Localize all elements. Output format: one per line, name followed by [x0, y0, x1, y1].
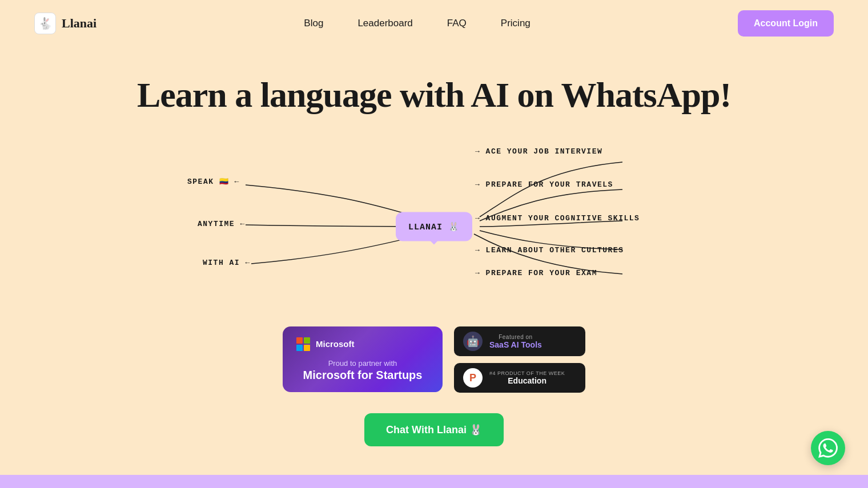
- mind-map: LLANAI 🐰 SPEAK 🇨🇴 ← ANYTIME ← WITH AI ← …: [177, 138, 691, 315]
- nav-pricing[interactable]: Pricing: [501, 18, 531, 29]
- microsoft-name: Microsoft: [316, 339, 355, 349]
- map-label-travels: → PREPARE FOR YOUR TRAVELS: [475, 180, 613, 189]
- hero-headline: Learn a language with AI on WhatsApp!: [0, 75, 868, 115]
- map-label-job: → ACE YOUR JOB INTERVIEW: [475, 147, 602, 156]
- partner-brand: Microsoft for Startups: [296, 369, 429, 382]
- badges-row: Microsoft Proud to partner with Microsof…: [0, 326, 868, 393]
- mind-map-center: LLANAI 🐰: [396, 212, 472, 241]
- microsoft-badge[interactable]: Microsoft Proud to partner with Microsof…: [283, 326, 443, 392]
- whatsapp-fab[interactable]: [811, 431, 845, 465]
- nav-faq[interactable]: FAQ: [447, 18, 467, 29]
- saas-text: Featured on SaaS AI Tools: [489, 334, 542, 349]
- product-hunt-icon: P: [463, 368, 483, 388]
- logo[interactable]: 🐇 Llanai: [34, 13, 97, 34]
- microsoft-logo-icon: [296, 337, 310, 351]
- logo-icon: 🐇: [34, 13, 56, 34]
- partner-text: Proud to partner with: [296, 359, 429, 368]
- navbar: 🐇 Llanai Blog Leaderboard FAQ Pricing Ac…: [0, 0, 868, 46]
- saas-badge[interactable]: 🤖 Featured on SaaS AI Tools: [454, 326, 585, 356]
- footer-band: [0, 475, 868, 488]
- whatsapp-icon: [818, 438, 838, 458]
- map-label-cultures: → LEARN ABOUT OTHER CULTURES: [475, 246, 624, 255]
- chat-cta-button[interactable]: Chat With Llanai 🐰: [364, 413, 504, 446]
- hero-section: Learn a language with AI on WhatsApp!: [0, 46, 868, 446]
- saas-name: SaaS AI Tools: [489, 340, 542, 349]
- map-label-with-ai: WITH AI ←: [203, 259, 251, 267]
- map-label-speak: SPEAK 🇨🇴 ←: [187, 177, 240, 186]
- map-label-exam: → PREPARE FOR YOUR EXAM: [475, 269, 597, 277]
- saas-icon: 🤖: [463, 332, 483, 351]
- nav-links: Blog Leaderboard FAQ Pricing: [304, 18, 530, 29]
- nav-leaderboard[interactable]: Leaderboard: [357, 18, 412, 29]
- nav-blog[interactable]: Blog: [304, 18, 323, 29]
- right-badges-col: 🤖 Featured on SaaS AI Tools P #4 PRODUCT…: [454, 326, 585, 393]
- product-hunt-badge[interactable]: P #4 PRODUCT OF THE WEEK Education: [454, 363, 585, 393]
- logo-text: Llanai: [62, 16, 97, 31]
- map-label-anytime: ANYTIME ←: [198, 220, 246, 228]
- product-hunt-text: #4 PRODUCT OF THE WEEK Education: [489, 370, 565, 385]
- cta-area: Chat With Llanai 🐰: [0, 413, 868, 446]
- account-login-button[interactable]: Account Login: [738, 10, 834, 37]
- map-label-cognitive: → AUGMENT YOUR COGNITIVE SKILLS: [475, 214, 640, 223]
